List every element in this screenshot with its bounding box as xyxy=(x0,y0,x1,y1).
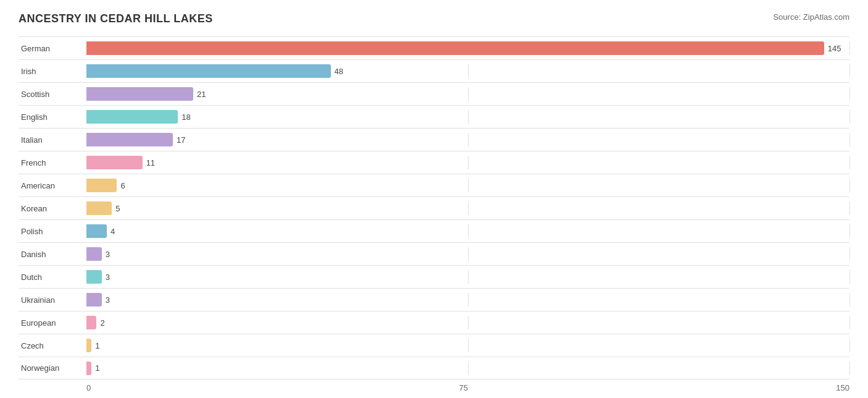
bar-track: 5 xyxy=(86,201,849,215)
bar-label: Dutch xyxy=(19,273,86,282)
bar-track: 3 xyxy=(86,247,849,261)
bar-label: Italian xyxy=(19,135,86,145)
bar-value: 2 xyxy=(100,318,104,328)
bar-fill xyxy=(86,41,824,55)
bar-track: 1 xyxy=(86,362,849,375)
bar-value: 3 xyxy=(106,295,110,305)
table-row: Danish3 xyxy=(19,242,849,265)
bar-label: Scottish xyxy=(19,90,86,99)
bar-fill xyxy=(86,133,173,146)
bar-label: Danish xyxy=(19,250,86,259)
bar-fill xyxy=(86,362,91,375)
table-row: Italian17 xyxy=(19,128,849,151)
bar-value: 11 xyxy=(146,158,155,167)
bar-fill xyxy=(86,179,117,192)
bar-label: Korean xyxy=(19,204,86,213)
bar-label: Irish xyxy=(19,67,86,76)
bar-fill xyxy=(86,316,96,329)
bar-value: 17 xyxy=(177,135,185,145)
bar-label: Ukrainian xyxy=(19,295,86,305)
bar-track: 3 xyxy=(86,293,849,307)
x-axis-label: 0 xyxy=(86,383,91,392)
bar-value: 5 xyxy=(115,204,120,213)
chart-area: German145Irish48Scottish21English18Itali… xyxy=(19,36,849,392)
bar-track: 2 xyxy=(86,316,849,329)
bar-track: 48 xyxy=(86,64,849,78)
bar-fill xyxy=(86,64,331,78)
bar-fill xyxy=(86,224,107,238)
bar-label: Czech xyxy=(19,341,86,350)
bar-value: 48 xyxy=(335,67,343,76)
x-axis-label: 150 xyxy=(836,383,849,392)
bar-track: 18 xyxy=(86,110,849,124)
bar-track: 145 xyxy=(86,41,849,55)
bar-fill xyxy=(86,293,102,307)
bar-value: 18 xyxy=(182,112,190,122)
bar-fill xyxy=(86,339,91,352)
bar-value: 1 xyxy=(95,363,99,373)
x-axis-label: 75 xyxy=(459,383,468,392)
bar-value: 21 xyxy=(197,90,206,99)
bar-label: European xyxy=(19,318,86,328)
bar-label: French xyxy=(19,158,86,167)
table-row: German145 xyxy=(19,36,849,59)
bar-value: 145 xyxy=(828,44,841,53)
bar-value: 1 xyxy=(95,341,99,350)
table-row: English18 xyxy=(19,105,849,128)
table-row: European2 xyxy=(19,311,849,334)
chart-title: ANCESTRY IN CEDAR HILL LAKES xyxy=(19,12,213,25)
bar-value: 4 xyxy=(111,227,115,236)
bar-track: 3 xyxy=(86,270,849,284)
bar-track: 21 xyxy=(86,87,849,101)
bar-fill xyxy=(86,247,102,261)
bar-value: 3 xyxy=(106,273,110,282)
table-row: Ukrainian3 xyxy=(19,288,849,311)
table-row: Irish48 xyxy=(19,59,849,82)
table-row: Dutch3 xyxy=(19,265,849,288)
bar-track: 11 xyxy=(86,156,849,169)
bar-label: English xyxy=(19,112,86,122)
bar-fill xyxy=(86,110,178,124)
bar-fill xyxy=(86,201,112,215)
bar-label: Polish xyxy=(19,227,86,236)
table-row: Polish4 xyxy=(19,219,849,242)
bar-label: Norwegian xyxy=(19,363,86,373)
bar-fill xyxy=(86,87,193,101)
bar-track: 4 xyxy=(86,224,849,238)
table-row: Norwegian1 xyxy=(19,357,849,379)
chart-header: ANCESTRY IN CEDAR HILL LAKES Source: Zip… xyxy=(19,12,849,25)
table-row: French11 xyxy=(19,151,849,174)
bar-track: 6 xyxy=(86,179,849,192)
bar-fill xyxy=(86,270,102,284)
bar-label: American xyxy=(19,181,86,190)
bar-track: 17 xyxy=(86,133,849,146)
source-label: Source: ZipAtlas.com xyxy=(773,12,849,22)
x-axis-labels: 075150 xyxy=(86,383,849,392)
bar-label: German xyxy=(19,44,86,53)
x-axis: 075150 xyxy=(19,383,849,392)
bar-value: 3 xyxy=(106,250,110,259)
table-row: Scottish21 xyxy=(19,82,849,105)
table-row: American6 xyxy=(19,174,849,197)
table-row: Korean5 xyxy=(19,197,849,219)
table-row: Czech1 xyxy=(19,334,849,357)
bar-track: 1 xyxy=(86,339,849,352)
bar-fill xyxy=(86,156,143,169)
bars-container: German145Irish48Scottish21English18Itali… xyxy=(19,36,849,379)
bar-value: 6 xyxy=(120,181,125,190)
